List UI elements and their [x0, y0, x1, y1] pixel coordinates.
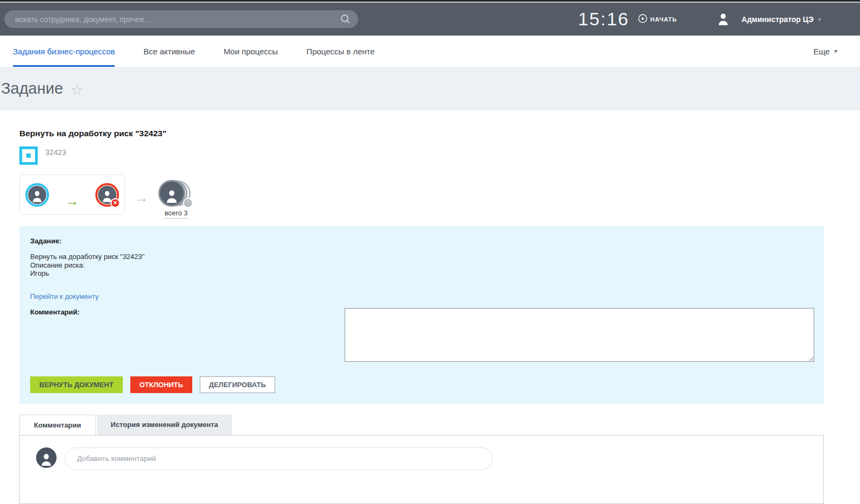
task-panel: Задание: Вернуть на доработку риск "3242… — [19, 226, 824, 404]
arrow-right-green-icon: → — [65, 194, 79, 208]
nav-tab-my-processes[interactable]: Мои процессы — [223, 36, 278, 67]
return-document-button[interactable]: ВЕРНУТЬ ДОКУМЕНТ — [30, 376, 123, 393]
add-comment-input[interactable] — [65, 447, 493, 470]
timer-clock: 15:16 — [578, 9, 629, 30]
chevron-down-icon: ▾ — [818, 16, 821, 23]
page-title: Задание — [1, 80, 63, 97]
flow-pending-avatar[interactable] — [158, 180, 185, 207]
decline-button[interactable]: ОТКЛОНИТЬ — [130, 376, 192, 393]
search-input[interactable] — [4, 10, 358, 28]
start-button-label: НАЧАТЬ — [651, 16, 677, 23]
task-actions: ВЕРНУТЬ ДОКУМЕНТ ОТКЛОНИТЬ ДЕЛЕГИРОВАТЬ — [30, 376, 814, 393]
start-timer-button[interactable]: НАЧАТЬ — [638, 14, 677, 25]
task-description: Вернуть на доработку риск "32423" Описан… — [30, 253, 814, 278]
go-to-document-link[interactable]: Перейти к документу — [30, 292, 99, 300]
nav-more-label: Еще — [813, 47, 830, 56]
chevron-down-icon: ▾ — [834, 47, 837, 55]
comment-field-row: Комментарий: — [30, 308, 814, 362]
user-avatar-icon — [715, 11, 732, 28]
bottom-tabs: Комментарии История изменений документа — [19, 415, 824, 435]
play-icon — [638, 14, 647, 25]
current-user-avatar-icon — [36, 447, 57, 468]
tab-comments[interactable]: Комментарии — [19, 415, 96, 435]
flow-initiator-avatar[interactable] — [25, 183, 49, 207]
document-type-icon[interactable] — [19, 146, 38, 165]
comments-section — [19, 435, 824, 504]
comment-label: Комментарий: — [30, 308, 345, 362]
delegate-button[interactable]: ДЕЛЕГИРОВАТЬ — [200, 376, 275, 393]
comment-textarea[interactable] — [345, 308, 814, 362]
task-description-line: Вернуть на доработку риск "32423" — [30, 253, 814, 261]
favorite-star-icon[interactable]: ☆ — [71, 83, 83, 97]
document-reference-row: 32423 — [19, 146, 860, 165]
stacked-avatars — [158, 179, 194, 208]
flow-declined-avatar[interactable]: ✕ — [95, 183, 119, 207]
app-header: 15:16 НАЧАТЬ Администратор ЦЭ ▾ — [0, 3, 860, 36]
task-description-line: Описание риска: — [30, 261, 814, 270]
document-type-icon-dot — [26, 153, 31, 158]
person-icon — [28, 186, 46, 204]
tab-document-history[interactable]: История изменений документа — [97, 415, 232, 435]
nav-tab-process-tasks[interactable]: Задания бизнес-процессов — [13, 36, 115, 67]
flow-current-step-box: → ✕ — [19, 174, 125, 215]
clock-icon — [183, 198, 193, 208]
user-name: Администратор ЦЭ — [742, 15, 814, 24]
nav-tab-all-active[interactable]: Все активные — [143, 36, 195, 67]
task-title: Вернуть на доработку риск "32423" — [19, 129, 860, 138]
task-content: Вернуть на доработку риск "32423" 32423 … — [0, 129, 860, 504]
header-right: 15:16 НАЧАТЬ Администратор ЦЭ ▾ — [578, 9, 821, 30]
global-search — [4, 10, 358, 28]
declined-x-icon: ✕ — [110, 198, 120, 208]
search-icon[interactable] — [340, 14, 351, 26]
document-reference-label: 32423 — [45, 148, 66, 157]
task-description-line: Игорь — [30, 269, 814, 278]
user-menu[interactable]: Администратор ЦЭ ▾ — [715, 11, 821, 28]
main-nav: Задания бизнес-процессов Все активные Мо… — [0, 36, 860, 67]
process-flow-diagram: → ✕ → — [19, 174, 860, 219]
task-label: Задание: — [30, 237, 814, 245]
nav-more-menu[interactable]: Еще ▾ — [813, 36, 837, 67]
flow-pending-participants: всего 3 — [158, 179, 194, 219]
nav-tab-feed-processes[interactable]: Процессы в ленте — [306, 36, 375, 67]
page-title-bar: Задание ☆ — [0, 67, 860, 110]
participants-total-link[interactable]: всего 3 — [164, 209, 187, 219]
arrow-right-gray-icon: → — [135, 191, 149, 205]
